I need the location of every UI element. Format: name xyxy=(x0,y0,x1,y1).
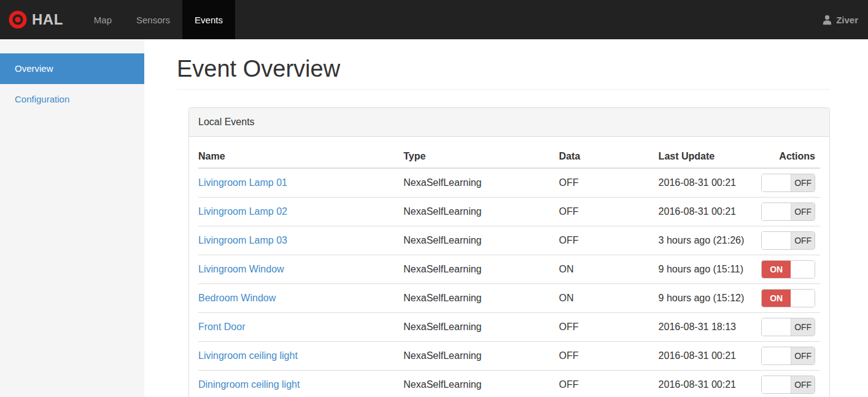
toggle-off-label[interactable]: OFF xyxy=(791,203,815,220)
table-row: Diningroom ceiling light NexaSelfLearnin… xyxy=(198,370,820,397)
table-row: Livingroom Lamp 01 NexaSelfLearning OFF … xyxy=(198,168,820,198)
event-type: NexaSelfLearning xyxy=(403,168,559,198)
event-data-value: OFF xyxy=(559,168,659,198)
local-events-panel: Local Events Name Type Data Last Update … xyxy=(188,107,830,397)
event-name-link[interactable]: Livingroom Lamp 01 xyxy=(198,177,287,188)
event-last-update: 2016-08-31 00:21 xyxy=(659,341,758,370)
main-content: Event Overview Local Events Name Type Da… xyxy=(144,39,868,397)
sidebar-item-configuration[interactable]: Configuration xyxy=(0,84,144,115)
event-data-value: OFF xyxy=(559,312,659,341)
toggle-on-label[interactable]: ON xyxy=(762,290,791,307)
toggle-handle[interactable] xyxy=(762,376,791,393)
panel-body: Name Type Data Last Update Actions Livin… xyxy=(189,137,829,397)
event-toggle-switch[interactable]: ON OFF xyxy=(761,231,815,250)
column-header-data: Data xyxy=(559,146,659,168)
table-header-row: Name Type Data Last Update Actions xyxy=(198,146,820,168)
user-menu[interactable]: Ziver xyxy=(822,0,868,39)
event-toggle-switch[interactable]: ON OFF xyxy=(761,347,815,365)
column-header-type: Type xyxy=(403,146,559,168)
event-toggle-switch[interactable]: ON OFF xyxy=(761,260,815,279)
event-name-link[interactable]: Front Door xyxy=(198,322,245,332)
app-title: HAL xyxy=(32,11,63,28)
column-header-name: Name xyxy=(198,146,403,168)
event-name-link[interactable]: Bedroom Window xyxy=(198,293,276,303)
event-toggle-switch[interactable]: ON OFF xyxy=(761,318,815,336)
event-type: NexaSelfLearning xyxy=(403,255,559,283)
panel-title: Local Events xyxy=(189,108,829,137)
event-toggle-switch[interactable]: ON OFF xyxy=(761,376,815,394)
event-name-link[interactable]: Livingroom Lamp 02 xyxy=(198,206,287,217)
sidebar-item-overview[interactable]: Overview xyxy=(0,53,144,84)
toggle-handle[interactable] xyxy=(791,261,815,278)
toggle-handle[interactable] xyxy=(762,174,791,191)
tab-sensors[interactable]: Sensors xyxy=(124,0,182,39)
event-last-update: 2016-08-31 00:21 xyxy=(659,168,758,198)
event-name-link[interactable]: Livingroom Window xyxy=(198,264,284,274)
table-row: Livingroom ceiling light NexaSelfLearnin… xyxy=(198,341,820,370)
event-type: NexaSelfLearning xyxy=(403,197,559,226)
event-name-link[interactable]: Livingroom Lamp 03 xyxy=(198,235,287,245)
events-table-body: Livingroom Lamp 01 NexaSelfLearning OFF … xyxy=(198,168,820,397)
event-toggle-switch[interactable]: ON OFF xyxy=(761,174,815,192)
event-data-value: ON xyxy=(559,255,659,283)
event-data-value: OFF xyxy=(559,341,659,370)
toggle-handle[interactable] xyxy=(762,318,791,336)
table-row: Livingroom Lamp 02 NexaSelfLearning OFF … xyxy=(198,197,820,226)
tab-events[interactable]: Events xyxy=(182,0,235,39)
sidebar: Overview Configuration xyxy=(0,39,144,397)
event-name-link[interactable]: Diningroom ceiling light xyxy=(198,379,300,390)
toggle-handle[interactable] xyxy=(791,290,815,307)
toggle-off-label[interactable]: OFF xyxy=(791,232,815,249)
toggle-handle[interactable] xyxy=(762,232,791,249)
event-data-value: OFF xyxy=(559,226,659,255)
event-last-update: 9 hours ago (15:11) xyxy=(659,255,758,283)
event-type: NexaSelfLearning xyxy=(403,312,559,341)
table-row: Bedroom Window NexaSelfLearning ON 9 hou… xyxy=(198,283,820,312)
event-type: NexaSelfLearning xyxy=(403,341,559,370)
toggle-handle[interactable] xyxy=(762,347,791,364)
app-brand[interactable]: HAL xyxy=(0,0,71,39)
user-name: Ziver xyxy=(836,15,858,25)
event-toggle-switch[interactable]: ON OFF xyxy=(761,289,815,307)
event-last-update: 2016-08-31 00:21 xyxy=(659,370,758,397)
event-last-update: 2016-08-31 00:21 xyxy=(659,197,758,226)
event-last-update: 3 hours ago (21:26) xyxy=(659,226,758,255)
event-type: NexaSelfLearning xyxy=(403,226,559,255)
event-last-update: 9 hours ago (15:12) xyxy=(659,283,758,312)
hal-target-logo-icon xyxy=(9,10,27,29)
tab-map[interactable]: Map xyxy=(82,0,124,39)
page-title: Event Overview xyxy=(177,56,830,90)
column-header-last-update: Last Update xyxy=(659,146,758,168)
toggle-handle[interactable] xyxy=(762,203,791,220)
toggle-off-label[interactable]: OFF xyxy=(791,318,815,336)
event-toggle-switch[interactable]: ON OFF xyxy=(761,202,815,221)
events-table: Name Type Data Last Update Actions Livin… xyxy=(198,146,820,397)
event-data-value: OFF xyxy=(559,197,659,226)
event-data-value: ON xyxy=(559,283,659,312)
navbar-tabs: Map Sensors Events xyxy=(82,0,235,39)
event-type: NexaSelfLearning xyxy=(403,370,559,397)
toggle-off-label[interactable]: OFF xyxy=(791,376,815,393)
user-icon xyxy=(822,15,832,25)
column-header-actions: Actions xyxy=(758,146,820,168)
toggle-on-label[interactable]: ON xyxy=(762,261,791,278)
event-name-link[interactable]: Livingroom ceiling light xyxy=(198,350,298,361)
top-navbar: HAL Map Sensors Events Ziver xyxy=(0,0,868,39)
toggle-off-label[interactable]: OFF xyxy=(791,347,815,364)
table-row: Livingroom Lamp 03 NexaSelfLearning OFF … xyxy=(198,226,820,255)
table-row: Livingroom Window NexaSelfLearning ON 9 … xyxy=(198,255,820,283)
toggle-off-label[interactable]: OFF xyxy=(791,174,815,191)
table-row: Front Door NexaSelfLearning OFF 2016-08-… xyxy=(198,312,820,341)
event-data-value: OFF xyxy=(559,370,659,397)
event-last-update: 2016-08-31 18:13 xyxy=(659,312,758,341)
event-type: NexaSelfLearning xyxy=(403,283,559,312)
